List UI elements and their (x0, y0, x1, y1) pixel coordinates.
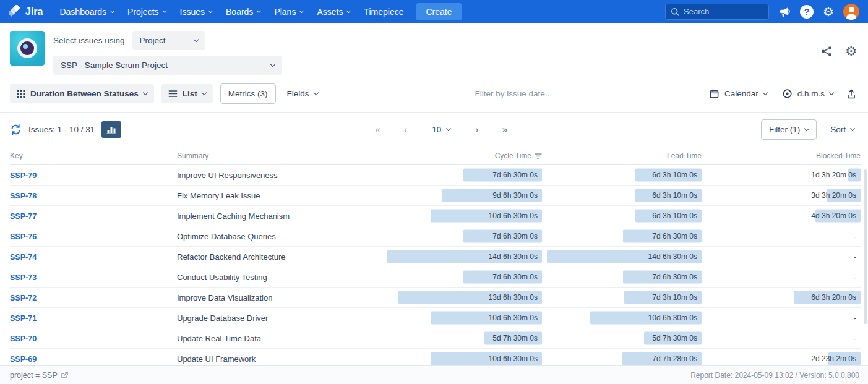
nav-item-label: Dashboards (59, 7, 106, 17)
help-icon[interactable]: ? (800, 5, 814, 19)
key-cell: SSP-77 (10, 211, 177, 221)
fields-dropdown[interactable]: Fields (283, 84, 322, 103)
filter-button[interactable]: Filter (1) (761, 119, 817, 140)
column-header-blocked-time[interactable]: Blocked Time (704, 151, 861, 160)
issue-key-link[interactable]: SSP-76 (10, 233, 37, 241)
duration-value: 5d 7h 30m 0s (492, 332, 542, 345)
nav-item-timepiece[interactable]: Timepiece (357, 2, 410, 22)
issue-key-link[interactable]: SSP-74 (10, 253, 37, 262)
page-size-dropdown[interactable]: 10 (428, 122, 454, 137)
issue-key-link[interactable]: SSP-77 (10, 212, 37, 221)
column-header-lead-time[interactable]: Lead Time (544, 151, 704, 160)
announcement-icon[interactable] (778, 6, 791, 18)
nav-item-dashboards[interactable]: Dashboards (53, 2, 121, 22)
prev-page-button[interactable]: ‹ (402, 124, 410, 136)
next-page-button[interactable]: › (473, 124, 481, 136)
first-page-button[interactable]: « (372, 124, 383, 136)
cycle-time-cell: 7d 6h 30m 0s (385, 267, 544, 287)
key-cell: SSP-69 (10, 354, 177, 364)
external-link-icon[interactable] (61, 372, 68, 379)
share-icon[interactable] (820, 45, 833, 58)
search-icon (671, 7, 679, 16)
search-input[interactable] (684, 7, 763, 16)
view-mode-label: List (183, 89, 197, 98)
duration-value: 7d 6h 30m 0s (652, 230, 702, 243)
issue-source-dropdown[interactable]: Project (132, 31, 205, 50)
issues-count-label: Issues: 1 - 10 / 31 (28, 125, 95, 134)
last-page-button[interactable]: » (499, 124, 510, 136)
project-dropdown[interactable]: SSP - Sample Scrum Project (53, 56, 282, 75)
chevron-down-icon (270, 62, 275, 67)
chevron-down-icon (762, 90, 767, 95)
jira-brand[interactable]: Jira (9, 5, 43, 18)
issue-summary: Improve Data Visualization (177, 293, 385, 302)
select-issues-label: Select issues using (53, 36, 125, 45)
nav-item-assets[interactable]: Assets (310, 2, 357, 22)
nav-item-label: Timepiece (364, 7, 403, 17)
report-type-dropdown[interactable]: Duration Between Statuses (10, 84, 154, 103)
cycle-time-cell: 13d 6h 30m 0s (385, 288, 544, 307)
calendar-dropdown[interactable]: Calendar (705, 83, 771, 104)
duration-value: 13d 6h 30m 0s (489, 291, 542, 304)
table-row: SSP-72Improve Data Visualization13d 6h 3… (10, 288, 861, 308)
key-cell: SSP-79 (10, 171, 177, 180)
nav-item-boards[interactable]: Boards (219, 2, 267, 22)
lead-time-cell: 10d 6h 30m 0s (544, 308, 704, 328)
issue-key-link[interactable]: SSP-71 (10, 314, 37, 323)
export-icon[interactable] (844, 86, 858, 102)
issue-key-link[interactable]: SSP-79 (10, 171, 37, 180)
column-filter-icon (535, 153, 542, 160)
chevron-down-icon (193, 37, 198, 42)
nav-item-label: Issues (180, 7, 205, 17)
issue-key-link[interactable]: SSP-78 (10, 192, 37, 200)
nav-item-issues[interactable]: Issues (173, 2, 219, 22)
cycle-time-cell: 14d 6h 30m 0s (385, 247, 544, 267)
issue-date-filter-input[interactable] (445, 89, 582, 98)
pagination-controls: « ‹ 10 › » (121, 122, 761, 137)
issue-key-link[interactable]: SSP-70 (10, 335, 37, 343)
refresh-icon[interactable] (10, 124, 22, 135)
view-mode-dropdown[interactable]: List (161, 84, 213, 103)
cycle-time-cell: 9d 6h 30m 0s (385, 186, 544, 205)
sort-dropdown[interactable]: Sort (827, 120, 858, 139)
duration-value: 14d 6h 30m 0s (489, 250, 542, 263)
nav-item-plans[interactable]: Plans (267, 2, 310, 22)
chart-view-button[interactable] (101, 121, 121, 138)
lead-time-cell: 6d 3h 10m 0s (544, 165, 704, 185)
table-scrollbar[interactable] (864, 169, 867, 324)
issue-key-link[interactable]: SSP-72 (10, 294, 37, 302)
duration-value: 7d 6h 30m 0s (492, 271, 542, 284)
chevron-down-icon (202, 90, 207, 95)
table-body: SSP-79Improve UI Responsiveness7d 6h 30m… (10, 165, 861, 369)
cycle-time-cell: 5d 7h 30m 0s (385, 328, 544, 348)
duration-format-dropdown[interactable]: d.h.m.s (778, 83, 837, 104)
key-cell: SSP-76 (10, 232, 177, 241)
issue-summary: Optimize Database Queries (177, 232, 385, 241)
column-header-summary[interactable]: Summary (177, 151, 385, 160)
lead-time-cell: 6d 3h 10m 0s (544, 206, 704, 226)
chevron-down-icon (804, 126, 809, 131)
create-button[interactable]: Create (416, 3, 461, 20)
global-search[interactable] (665, 4, 769, 20)
user-avatar[interactable] (843, 4, 859, 20)
chevron-down-icon (829, 90, 834, 95)
report-type-label: Duration Between Statuses (30, 89, 139, 98)
report-header: Select issues using Project SSP - Sample… (0, 23, 868, 81)
column-header-cycle-time[interactable]: Cycle Time (385, 151, 544, 160)
table-row: SSP-71Upgrade Database Driver10d 6h 30m … (10, 308, 861, 328)
report-settings-gear-icon[interactable]: ⚙ (845, 45, 857, 58)
duration-value: 14d 6h 30m 0s (648, 250, 702, 263)
duration-value: 3d 3h 20m 0s (811, 189, 861, 202)
settings-gear-icon[interactable]: ⚙ (823, 6, 834, 18)
issue-summary: Conduct Usability Testing (177, 273, 385, 282)
metrics-button[interactable]: Metrics (3) (220, 83, 276, 104)
nav-item-label: Boards (226, 7, 253, 17)
issue-summary: Refactor Backend Architecture (177, 252, 385, 262)
lead-time-cell: 7d 3h 10m 0s (544, 288, 704, 307)
page-size-value: 10 (432, 125, 441, 134)
nav-item-projects[interactable]: Projects (121, 2, 173, 22)
issue-key-link[interactable]: SSP-73 (10, 273, 37, 282)
column-header-key[interactable]: Key (10, 151, 177, 160)
issue-key-link[interactable]: SSP-69 (10, 355, 37, 364)
table-row: SSP-79Improve UI Responsiveness7d 6h 30m… (10, 165, 861, 186)
